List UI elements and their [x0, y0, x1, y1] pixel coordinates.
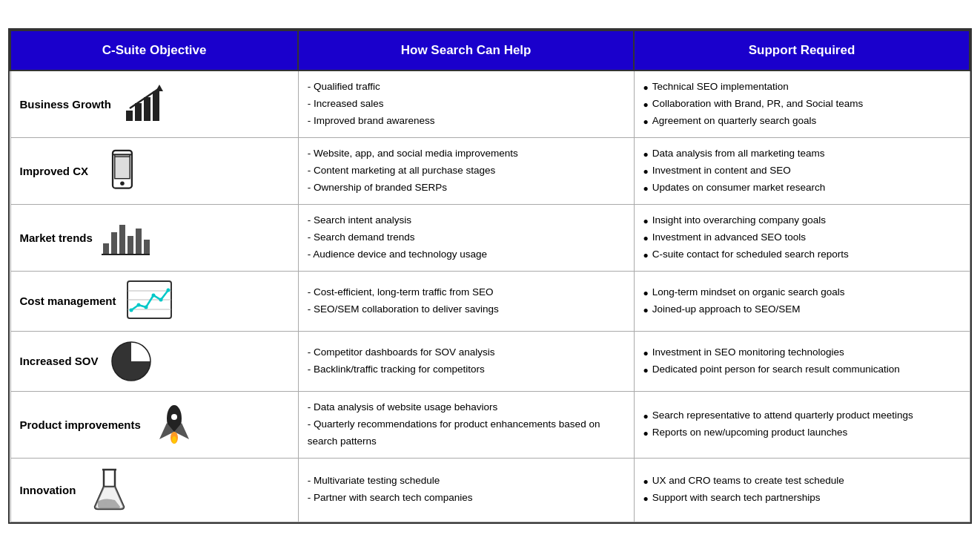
objective-cell-increased-sov: Increased SOV	[10, 331, 298, 391]
objective-cell-cost-management: Cost management	[10, 271, 298, 331]
svg-point-24	[137, 303, 141, 306]
list-item: Reports on new/upcoming product launches	[643, 424, 961, 441]
objective-label: Cost management	[20, 295, 116, 307]
list-item: Search demand trends	[308, 229, 625, 246]
how-cell-innovation: Multivariate testing schedulePartner wit…	[298, 458, 634, 522]
col-header-how: How Search Can Help	[298, 30, 634, 70]
how-cell-increased-sov: Competitor dashboards for SOV analysisBa…	[298, 331, 634, 391]
objective-cell-market-trends: Market trends	[10, 205, 298, 272]
support-cell-improved-cx: Data analysis from all marketing teamsIn…	[634, 138, 970, 205]
list-item: Cost-efficient, long-term traffic from S…	[308, 284, 625, 301]
list-item: Partner with search tech companies	[308, 490, 625, 507]
col-header-support: Support Required	[634, 30, 970, 70]
svg-rect-7	[114, 154, 129, 178]
market-trends-icon	[100, 217, 152, 258]
svg-rect-1	[135, 103, 142, 121]
svg-rect-13	[111, 232, 117, 254]
svg-rect-0	[126, 111, 133, 121]
objective-cell-improved-cx: Improved CX	[10, 138, 298, 205]
cost-management-icon	[124, 279, 176, 323]
list-item: Audience device and technology usage	[308, 246, 625, 263]
svg-rect-14	[119, 225, 125, 254]
list-item: Agreement on quarterly search goals	[643, 113, 961, 130]
svg-rect-12	[103, 243, 109, 254]
svg-rect-2	[144, 97, 150, 121]
list-item: Website, app, and social media improveme…	[308, 145, 625, 162]
svg-point-40	[104, 502, 107, 505]
table-row: Market trends Search intent analysisSear…	[10, 205, 970, 272]
how-cell-market-trends: Search intent analysisSearch demand tren…	[298, 205, 634, 272]
list-item: Insight into overarching company goals	[643, 212, 961, 229]
svg-point-41	[110, 499, 112, 502]
how-cell-business-growth: Qualified trafficIncreased salesImproved…	[298, 70, 634, 137]
list-item: Multivariate testing schedule	[308, 473, 625, 490]
how-cell-cost-management: Cost-efficient, long-term traffic from S…	[298, 271, 634, 331]
table-row: Increased SOV Competitor dashboards for …	[10, 331, 970, 391]
list-item: Collaboration with Brand, PR, and Social…	[643, 96, 961, 113]
main-table: C-Suite Objective How Search Can Help Su…	[8, 28, 972, 523]
list-item: UX and CRO teams to create test schedule	[643, 473, 961, 490]
objective-label: Increased SOV	[20, 355, 99, 367]
support-cell-business-growth: Technical SEO implementationCollaboratio…	[634, 70, 970, 137]
product-improvements-icon	[148, 402, 200, 447]
table-row: Product improvements Data analysis of we…	[10, 391, 970, 458]
increased-sov-icon	[105, 339, 157, 384]
objective-cell-innovation: Innovation	[10, 458, 298, 522]
svg-point-28	[167, 288, 170, 292]
support-cell-increased-sov: Investment in SEO monitoring technologie…	[634, 331, 970, 391]
objective-label: Improved CX	[20, 165, 89, 177]
svg-point-34	[171, 414, 177, 420]
support-cell-market-trends: Insight into overarching company goalsIn…	[634, 205, 970, 272]
list-item: Dedicated point person for search result…	[643, 361, 961, 378]
list-item: Search intent analysis	[308, 212, 625, 229]
how-cell-improved-cx: Website, app, and social media improveme…	[298, 138, 634, 205]
list-item: Updates on consumer market research	[643, 180, 961, 197]
objective-label: Business Growth	[20, 98, 111, 111]
col-header-objective: C-Suite Objective	[10, 30, 298, 70]
svg-point-36	[172, 436, 176, 444]
list-item: Investment in content and SEO	[643, 162, 961, 180]
list-item: Joined-up approach to SEO/SEM	[643, 301, 961, 318]
svg-point-23	[130, 308, 133, 312]
table-row: Innovation Multivariate testing schedule…	[10, 458, 970, 522]
list-item: Content marketing at all purchase stages	[308, 162, 625, 180]
list-item: Investment in SEO monitoring technologie…	[643, 344, 961, 361]
svg-point-26	[152, 293, 156, 297]
table-row: Improved CX Website, app, and social med…	[10, 138, 970, 205]
objective-label: Innovation	[20, 484, 76, 496]
svg-point-9	[120, 181, 125, 185]
list-item: Long-term mindset on organic search goal…	[643, 284, 961, 301]
list-item: Ownership of branded SERPs	[308, 180, 625, 197]
support-cell-cost-management: Long-term mindset on organic search goal…	[634, 271, 970, 331]
list-item: Search representative to attend quarterl…	[643, 407, 961, 424]
support-cell-product-improvements: Search representative to attend quarterl…	[634, 391, 970, 458]
svg-point-27	[159, 298, 163, 301]
objective-cell-product-improvements: Product improvements	[10, 391, 298, 458]
svg-rect-17	[144, 240, 150, 254]
svg-rect-3	[153, 91, 159, 121]
list-item: Investment in advanced SEO tools	[643, 229, 961, 246]
list-item: Backlink/traffic tracking for competitor…	[308, 361, 625, 378]
svg-rect-16	[136, 229, 142, 254]
innovation-icon	[83, 466, 135, 514]
list-item: Data analysis from all marketing teams	[643, 145, 961, 162]
objective-label: Market trends	[20, 231, 93, 244]
svg-point-25	[145, 305, 148, 309]
improved-cx-icon	[96, 149, 148, 194]
list-item: Improved brand awareness	[308, 113, 625, 130]
list-item: Qualified traffic	[308, 79, 625, 96]
support-cell-innovation: UX and CRO teams to create test schedule…	[634, 458, 970, 522]
list-item: Quarterly recommendations for product en…	[308, 416, 625, 450]
list-item: Data analysis of website usage behaviors	[308, 399, 625, 416]
table-row: Business Growth Qualified trafficIncreas…	[10, 70, 970, 137]
list-item: Support with search tech partnerships	[643, 490, 961, 507]
list-item: Increased sales	[308, 96, 625, 113]
objective-cell-business-growth: Business Growth	[10, 70, 298, 137]
svg-rect-15	[128, 236, 133, 254]
objective-label: Product improvements	[20, 418, 141, 431]
list-item: SEO/SEM collaboration to deliver savings	[308, 301, 625, 318]
business-growth-icon	[119, 82, 170, 127]
svg-marker-5	[156, 85, 163, 91]
list-item: Technical SEO implementation	[643, 79, 961, 96]
table-row: Cost management Cost-efficient, long-ter…	[10, 271, 970, 331]
